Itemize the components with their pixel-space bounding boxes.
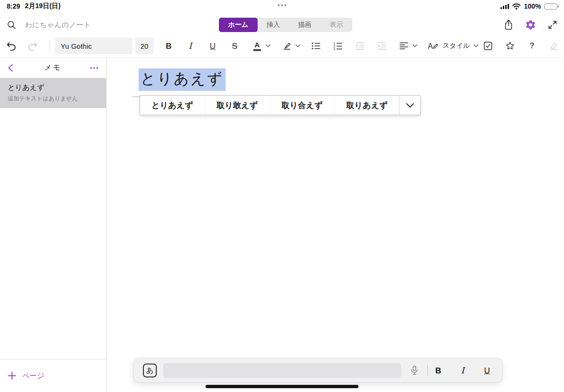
status-left: 8:29 2月19日(日)	[7, 2, 61, 11]
page-title[interactable]: とりあえず	[139, 68, 226, 91]
clear-formatting-button[interactable]	[549, 41, 560, 51]
tab-draw[interactable]: 描画	[289, 18, 321, 32]
style-icon: A	[427, 41, 439, 51]
search-icon	[7, 20, 17, 30]
font-size-value: 20	[141, 42, 149, 50]
sidebar-footer: ページ	[0, 359, 106, 392]
search-button[interactable]	[7, 20, 17, 30]
battery-charging-icon	[544, 3, 557, 10]
page-item-subtitle: 追加テキストはありません	[8, 95, 98, 103]
font-name-select[interactable]: Yu Gothic	[55, 38, 132, 54]
star-icon	[505, 41, 515, 51]
redo-icon	[27, 40, 38, 52]
bold-button[interactable]: B	[166, 42, 172, 50]
strikethrough-icon: S	[232, 42, 237, 50]
font-color-dropdown[interactable]	[266, 44, 271, 47]
notebook-name[interactable]: わにちゃんのノート	[25, 21, 91, 30]
back-button[interactable]	[6, 63, 16, 73]
ime-candidate[interactable]: 取り敢えず	[205, 96, 270, 115]
toolbar-divider	[49, 40, 50, 52]
question-tag-button[interactable]: ?	[530, 41, 534, 51]
ime-more-candidates-button[interactable]	[399, 96, 420, 115]
styles-button[interactable]: A スタイル	[427, 41, 478, 51]
alignment-dropdown[interactable]	[412, 44, 417, 47]
status-bar: 8:29 2月19日(日) 100%	[0, 0, 564, 11]
align-left-icon	[399, 41, 409, 51]
styles-label: スタイル	[443, 42, 470, 50]
chevron-down-icon	[412, 44, 417, 47]
bullet-list-button[interactable]	[311, 41, 321, 51]
settings-button[interactable]	[525, 19, 536, 31]
ime-candidate[interactable]: 取りあえず	[334, 96, 399, 115]
underline-button[interactable]: U	[210, 42, 216, 50]
strikethrough-button[interactable]: S	[232, 42, 237, 50]
ime-candidate[interactable]: 取り合えず	[270, 96, 335, 115]
onenote-app: 8:29 2月19日(日) 100% わにちゃんのノート	[0, 0, 564, 392]
accessory-italic-button[interactable]: I	[461, 366, 464, 375]
battery-percent: 100%	[524, 2, 541, 10]
status-time: 8:29	[7, 2, 20, 10]
input-mode-key[interactable]: あ	[143, 363, 157, 377]
outdent-button[interactable]	[355, 41, 365, 51]
svg-text:3: 3	[333, 47, 335, 51]
sidebar-header: メモ	[0, 57, 106, 78]
multitask-dots-icon[interactable]	[278, 4, 286, 6]
tab-home[interactable]: ホーム	[219, 18, 258, 32]
page-list-item[interactable]: とりあえず 追加テキストはありません	[0, 78, 106, 108]
important-tag-button[interactable]	[505, 41, 515, 51]
app-header: わにちゃんのノート ホーム 挿入 描画 表示	[0, 11, 564, 35]
numbered-list-button[interactable]: 123	[333, 41, 343, 51]
bullet-list-icon	[311, 41, 321, 51]
undo-button[interactable]	[6, 40, 17, 52]
page-item-title: とりあえず	[8, 83, 98, 92]
undo-icon	[6, 40, 17, 52]
chevron-down-icon	[406, 103, 414, 108]
todo-tag-button[interactable]	[483, 41, 493, 51]
more-options-button[interactable]	[89, 63, 99, 73]
bold-icon: B	[166, 42, 172, 50]
gear-icon	[525, 19, 536, 31]
chevron-down-icon	[295, 44, 300, 47]
italic-button[interactable]: I	[188, 42, 192, 50]
ime-candidate-bar: とりあえず 取り敢えず 取り合えず 取りあえず	[140, 95, 421, 115]
chevron-left-icon	[6, 63, 16, 73]
font-size-select[interactable]: 20	[135, 38, 153, 54]
status-date: 2月19日(日)	[25, 2, 61, 11]
font-color-button[interactable]: A	[253, 41, 261, 51]
accessory-divider	[427, 365, 428, 376]
note-canvas[interactable]: とりあえず とりあえず 取り敢えず 取り合えず 取りあえず	[107, 57, 564, 392]
wifi-icon	[512, 3, 521, 10]
page-title-text: とりあえず	[139, 68, 226, 91]
indent-button[interactable]	[377, 41, 387, 51]
svg-text:A: A	[428, 42, 433, 50]
keyboard-accessory-bar: あ B I U	[133, 358, 502, 382]
alignment-button[interactable]	[399, 41, 409, 51]
scribble-input-field[interactable]	[163, 363, 401, 378]
highlight-dropdown[interactable]	[295, 44, 300, 47]
accessory-bold-button[interactable]: B	[435, 366, 441, 374]
cellular-signal-icon	[500, 4, 509, 9]
page-list-sidebar: メモ とりあえず 追加テキストはありません ページ	[0, 57, 107, 392]
microphone-icon	[410, 365, 419, 376]
underline-icon: U	[210, 42, 216, 50]
add-page-label: ページ	[22, 371, 44, 381]
section-title: メモ	[44, 63, 62, 72]
add-page-button[interactable]: ページ	[8, 371, 44, 381]
fullscreen-button[interactable]	[547, 20, 558, 30]
ime-candidate[interactable]: とりあえず	[140, 96, 205, 115]
highlight-button[interactable]	[282, 41, 292, 51]
tab-insert[interactable]: 挿入	[258, 18, 289, 32]
share-button[interactable]	[503, 19, 514, 31]
ribbon-tabs: ホーム 挿入 描画 表示	[219, 18, 352, 32]
question-mark-icon: ?	[530, 41, 534, 51]
tab-view[interactable]: 表示	[321, 18, 352, 32]
status-right: 100%	[500, 2, 557, 10]
ellipsis-icon	[89, 63, 99, 73]
dictation-button[interactable]	[410, 365, 419, 376]
redo-button[interactable]	[27, 40, 38, 52]
expand-icon	[547, 20, 558, 30]
font-name-value: Yu Gothic	[61, 42, 92, 50]
checkbox-icon	[483, 41, 493, 51]
accessory-underline-button[interactable]: U	[484, 366, 490, 374]
home-indicator[interactable]	[206, 385, 358, 388]
